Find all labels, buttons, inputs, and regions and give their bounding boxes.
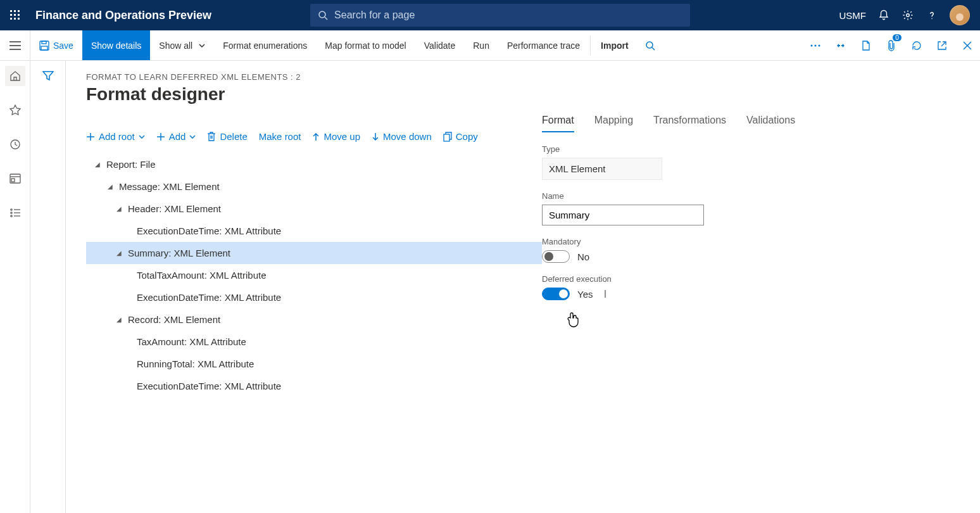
show-details-button[interactable]: Show details	[82, 30, 150, 60]
avatar[interactable]	[950, 5, 970, 25]
attach-icon[interactable]: 0	[879, 30, 904, 60]
search-icon	[318, 10, 328, 20]
save-button[interactable]: Save	[30, 30, 82, 60]
svg-rect-3	[10, 14, 12, 16]
show-all-button[interactable]: Show all	[150, 30, 214, 60]
map-format-button[interactable]: Map format to model	[316, 30, 415, 60]
show-details-label: Show details	[91, 41, 141, 51]
waffle-icon[interactable]	[0, 10, 30, 20]
show-all-label: Show all	[159, 41, 192, 51]
expand-icon[interactable]	[828, 30, 853, 60]
svg-line-20	[652, 48, 655, 50]
svg-point-9	[319, 11, 325, 18]
svg-point-23	[819, 44, 820, 46]
bell-icon[interactable]	[877, 9, 890, 22]
search-container	[310, 4, 690, 27]
popout-icon[interactable]	[929, 30, 955, 60]
svg-rect-6	[10, 18, 12, 20]
close-icon[interactable]	[955, 30, 980, 60]
attach-badge: 0	[893, 34, 901, 41]
svg-rect-1	[14, 10, 16, 12]
svg-line-10	[325, 17, 327, 20]
svg-rect-18	[41, 46, 47, 50]
svg-point-12	[931, 18, 933, 20]
gear-icon[interactable]	[901, 9, 914, 22]
map-format-label: Map format to model	[325, 41, 406, 51]
run-label: Run	[473, 41, 489, 51]
svg-rect-4	[14, 14, 16, 16]
refresh-icon[interactable]	[904, 30, 929, 60]
svg-rect-5	[18, 14, 20, 16]
company-label[interactable]: USMF	[839, 10, 867, 21]
more-icon[interactable]	[803, 30, 828, 60]
svg-rect-17	[42, 41, 46, 44]
svg-rect-7	[14, 18, 16, 20]
app-title: Finance and Operations Preview	[30, 9, 222, 22]
topbar-right: USMF	[839, 5, 981, 25]
top-nav: Finance and Operations Preview USMF	[0, 0, 980, 30]
help-icon[interactable]	[926, 9, 938, 22]
validate-label: Validate	[424, 41, 456, 51]
document-icon[interactable]	[853, 30, 879, 60]
divider	[590, 35, 591, 55]
import-label: Import	[601, 41, 629, 51]
svg-point-21	[811, 44, 813, 46]
svg-point-11	[907, 14, 910, 17]
chevron-down-icon	[199, 44, 205, 48]
svg-rect-2	[18, 10, 20, 12]
svg-point-22	[815, 44, 817, 46]
format-enumerations-button[interactable]: Format enumerations	[214, 30, 316, 60]
performance-trace-button[interactable]: Performance trace	[498, 30, 589, 60]
svg-rect-0	[10, 10, 12, 12]
svg-rect-8	[18, 18, 20, 20]
search-command-icon[interactable]	[638, 30, 663, 60]
hamburger-icon[interactable]	[0, 30, 30, 60]
format-enum-label: Format enumerations	[223, 41, 307, 51]
perf-trace-label: Performance trace	[507, 41, 580, 51]
command-bar: Save Show details Show all Format enumer…	[0, 30, 980, 61]
search-box[interactable]	[310, 4, 690, 27]
save-icon	[39, 41, 49, 51]
save-label: Save	[53, 41, 73, 51]
svg-point-19	[646, 42, 653, 48]
run-button[interactable]: Run	[464, 30, 498, 60]
import-button[interactable]: Import	[592, 30, 638, 60]
validate-button[interactable]: Validate	[415, 30, 465, 60]
search-input[interactable]	[334, 10, 682, 21]
